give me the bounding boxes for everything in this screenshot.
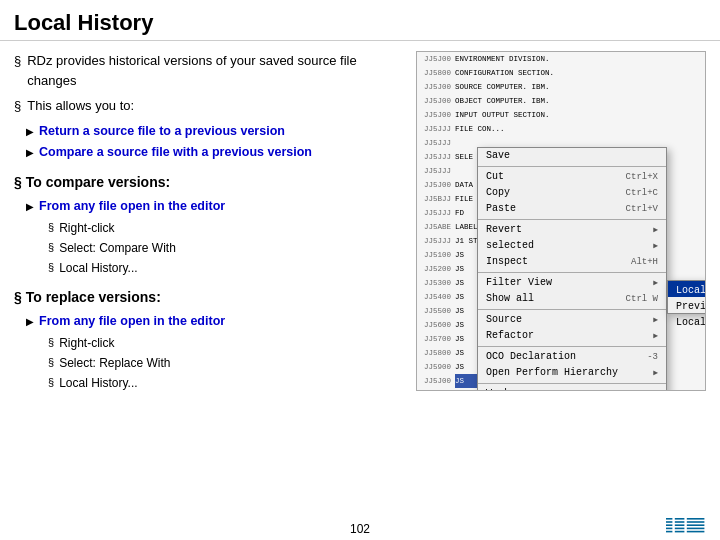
menu-label-cut: Cut bbox=[486, 169, 504, 185]
arrow-icon-refactor: ▶ bbox=[653, 328, 658, 344]
menu-label-copy: Copy bbox=[486, 185, 510, 201]
menu-item-save[interactable]: Save bbox=[478, 148, 666, 164]
menu-label-inspect: Inspect bbox=[486, 254, 528, 270]
menu-item-cut[interactable]: Cut Ctrl+X bbox=[478, 169, 666, 185]
arrow-icon-filter: ▶ bbox=[653, 275, 658, 291]
compare-itext-3: Local History... bbox=[59, 259, 137, 277]
header: Local History bbox=[0, 0, 720, 41]
isq-icon-2: § bbox=[48, 239, 54, 256]
replace-itext-3: Local History... bbox=[59, 374, 137, 392]
menu-item-perform[interactable]: Open Perform Hierarchy ▶ bbox=[478, 365, 666, 381]
menu-item-showall[interactable]: Show all Ctrl W bbox=[478, 291, 666, 307]
submenu-item-localhistory[interactable]: Local History bbox=[668, 281, 706, 297]
menu-label-refactor: Refactor bbox=[486, 328, 534, 344]
replace-ibullet-1: § Right-click bbox=[48, 334, 406, 352]
arrow-icon-perform: ▶ bbox=[653, 365, 658, 381]
menu-label-save: Save bbox=[486, 148, 510, 164]
bullet-1: § RDz provides historical versions of yo… bbox=[14, 51, 406, 90]
svg-rect-0 bbox=[666, 518, 672, 520]
submenu: Local History Previous from Local Histor… bbox=[667, 280, 706, 314]
isq-icon-4: § bbox=[48, 334, 54, 351]
menu-item-selected[interactable]: selected ▶ bbox=[478, 238, 666, 254]
submenu-item-previous[interactable]: Previous from Local History bbox=[668, 297, 706, 313]
menu-item-filter[interactable]: Filter View ▶ bbox=[478, 275, 666, 291]
replace-sub-section: ▶ From any file open in the editor § Rig… bbox=[26, 312, 406, 392]
menu-item-source[interactable]: Source ▶ bbox=[478, 312, 666, 328]
menu-shortcut-showall: Ctrl W bbox=[626, 291, 658, 307]
menu-label-oco: OCO Declaration bbox=[486, 349, 576, 365]
bullet-text-2: This allows you to: bbox=[27, 96, 134, 116]
compare-sub-bullet: ▶ From any file open in the editor bbox=[26, 197, 406, 216]
sub-section-allows: ▶ Return a source file to a previous ver… bbox=[26, 122, 406, 163]
isq-icon-6: § bbox=[48, 374, 54, 391]
svg-rect-2 bbox=[666, 524, 672, 526]
compare-heading-bullet: § bbox=[14, 174, 26, 190]
svg-rect-7 bbox=[675, 524, 685, 526]
compare-itext-1: Right-click bbox=[59, 219, 114, 237]
page-title: Local History bbox=[14, 10, 706, 36]
menu-item-paste[interactable]: Paste Ctrl+V bbox=[478, 201, 666, 217]
menu-shortcut-cut: Ctrl+X bbox=[626, 169, 658, 185]
svg-rect-10 bbox=[687, 518, 705, 520]
text-panel: § RDz provides historical versions of yo… bbox=[14, 51, 406, 516]
menu-shortcut-inspect: Alt+H bbox=[631, 254, 658, 270]
sub-text-1: Return a source file to a previous versi… bbox=[39, 122, 285, 141]
bullet-icon-2: § bbox=[14, 96, 21, 116]
menu-item-oco[interactable]: OCO Declaration -3 bbox=[478, 349, 666, 365]
menu-sep-3 bbox=[478, 272, 666, 273]
menu-label-perform: Open Perform Hierarchy bbox=[486, 365, 618, 381]
image-panel: JJ5J00ENVIRONMENT DIVISION. JJ5800CONFIG… bbox=[416, 51, 706, 516]
replace-ibullet-3: § Local History... bbox=[48, 374, 406, 392]
replace-heading-bullet: § bbox=[14, 289, 26, 305]
compare-heading: § To compare versions: bbox=[14, 172, 406, 193]
screenshot-mock: JJ5J00ENVIRONMENT DIVISION. JJ5800CONFIG… bbox=[416, 51, 706, 391]
menu-label-filter: Filter View bbox=[486, 275, 552, 291]
isq-icon-3: § bbox=[48, 259, 54, 276]
svg-rect-11 bbox=[687, 521, 705, 523]
menu-sep-4 bbox=[478, 309, 666, 310]
compare-ibullet-3: § Local History... bbox=[48, 259, 406, 277]
menu-item-refactor[interactable]: Refactor ▶ bbox=[478, 328, 666, 344]
svg-rect-4 bbox=[666, 531, 672, 533]
compare-indent-bullets: § Right-click § Select: Compare With § L… bbox=[48, 219, 406, 277]
bullet-icon-1: § bbox=[14, 51, 21, 71]
menu-sep-2 bbox=[478, 219, 666, 220]
sub-bullet-1: ▶ Return a source file to a previous ver… bbox=[26, 122, 406, 141]
replace-ibullet-2: § Select: Replace With bbox=[48, 354, 406, 372]
submenu-label-localhistory: Local History bbox=[676, 285, 706, 296]
menu-item-inspect[interactable]: Inspect Alt+H bbox=[478, 254, 666, 270]
menu-shortcut-oco: -3 bbox=[647, 349, 658, 365]
tri-icon-2: ▶ bbox=[26, 145, 34, 160]
submenu-label-previous: Previous from Local History bbox=[676, 301, 706, 328]
menu-label-paste: Paste bbox=[486, 201, 516, 217]
menu-label-revert: Revert bbox=[486, 222, 522, 238]
isq-icon-1: § bbox=[48, 219, 54, 236]
svg-rect-6 bbox=[675, 521, 685, 523]
menu-sep-5 bbox=[478, 346, 666, 347]
tri-icon-4: ▶ bbox=[26, 314, 34, 329]
arrow-icon-work: ▶ bbox=[653, 386, 658, 391]
code-line-1: JJ5J00ENVIRONMENT DIVISION. bbox=[417, 52, 705, 66]
menu-sep-1 bbox=[478, 166, 666, 167]
replace-sub-bullet: ▶ From any file open in the editor bbox=[26, 312, 406, 331]
bullet-text-1: RDz provides historical versions of your… bbox=[27, 51, 406, 90]
compare-ibullet-2: § Select: Compare With bbox=[48, 239, 406, 257]
context-menu: Save Cut Ctrl+X Copy Ctrl+C Paste Ctrl+V bbox=[477, 147, 667, 391]
svg-rect-9 bbox=[675, 531, 685, 533]
menu-label-work: Work bbox=[486, 386, 510, 391]
menu-item-revert[interactable]: Revert ▶ bbox=[478, 222, 666, 238]
arrow-icon-selected: ▶ bbox=[653, 238, 658, 254]
compare-itext-2: Select: Compare With bbox=[59, 239, 176, 257]
code-line-2: JJ5800CONFIGURATION SECTION. bbox=[417, 66, 705, 80]
page-number: 102 bbox=[350, 522, 370, 536]
menu-item-work[interactable]: Work ▶ bbox=[478, 386, 666, 391]
page: Local History § RDz provides historical … bbox=[0, 0, 720, 540]
menu-item-copy[interactable]: Copy Ctrl+C bbox=[478, 185, 666, 201]
replace-indent-bullets: § Right-click § Select: Replace With § L… bbox=[48, 334, 406, 392]
code-line-3: JJ5J00SOURCE COMPUTER. IBM. bbox=[417, 80, 705, 94]
code-line-4: JJ5J00OBJECT COMPUTER. IBM. bbox=[417, 94, 705, 108]
replace-heading: § To replace versions: bbox=[14, 287, 406, 308]
replace-itext-2: Select: Replace With bbox=[59, 354, 170, 372]
isq-icon-5: § bbox=[48, 354, 54, 371]
compare-ibullet-1: § Right-click bbox=[48, 219, 406, 237]
